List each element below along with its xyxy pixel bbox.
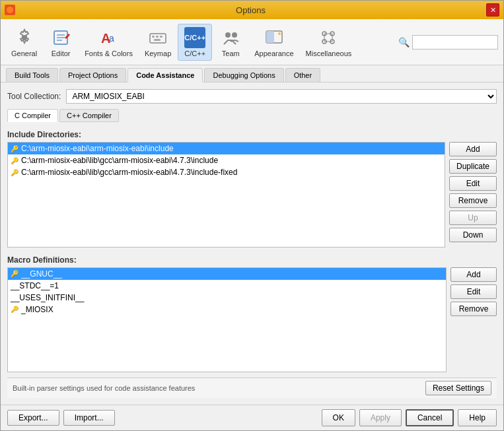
status-bar: Built-in parser settings used for code a…	[7, 378, 497, 398]
macro-add-button[interactable]: Add	[450, 267, 497, 282]
macro-remove-button[interactable]: Remove	[450, 302, 497, 316]
keymap-icon	[147, 27, 168, 48]
tab-project-options[interactable]: Project Options	[59, 68, 126, 82]
toolbar-label-misc: Miscellaneous	[306, 50, 352, 57]
include-item-0[interactable]: 🔑 C:\arm-miosix-eabi\arm-miosix-eabi\inc…	[8, 143, 445, 154]
include-item-2[interactable]: 🔑 C:\arm-miosix-eabi\lib\gcc\arm-miosix-…	[8, 166, 445, 178]
search-input[interactable]	[412, 35, 498, 50]
toolbar-item-editor[interactable]: Editor	[44, 24, 78, 60]
cancel-button[interactable]: Cancel	[406, 409, 454, 426]
svg-point-0	[7, 7, 13, 13]
svg-point-15	[232, 32, 237, 38]
toolbar-item-appearance[interactable]: Appearance	[249, 24, 299, 60]
svg-rect-11	[156, 36, 159, 38]
tool-collection-label: Tool Collection:	[7, 92, 61, 101]
macro-list-wrap: 🔑 __GNUC__ __STDC__=1 __USES_INITFINI__ …	[7, 267, 447, 373]
reset-settings-button[interactable]: Reset Settings	[425, 381, 491, 395]
macro-list[interactable]: 🔑 __GNUC__ __STDC__=1 __USES_INITFINI__ …	[7, 267, 447, 373]
compiler-tabs: C Compiler C++ Compiler	[7, 109, 497, 122]
toolbar-item-fonts[interactable]: A a Fonts & Colors	[79, 24, 138, 60]
misc-icon	[318, 27, 339, 48]
tab-build-tools[interactable]: Build Tools	[6, 68, 58, 82]
include-edit-button[interactable]: Edit	[449, 176, 497, 191]
import-button[interactable]: Import...	[63, 410, 115, 426]
toolbar-label-general: General	[11, 50, 37, 57]
toolbar-item-team[interactable]: Team	[213, 24, 248, 60]
tab-debugging-options[interactable]: Debugging Options	[204, 68, 283, 82]
tab-cpp-compiler[interactable]: C++ Compiler	[59, 109, 119, 122]
toolbar-label-fonts: Fonts & Colors	[85, 50, 133, 57]
macro-edit-button[interactable]: Edit	[450, 284, 497, 299]
macro-section: Macro Definitions: 🔑 __GNUC__ __STDC__=1	[7, 253, 497, 373]
macro-icon-3: 🔑	[11, 306, 18, 313]
include-list[interactable]: 🔑 C:\arm-miosix-eabi\arm-miosix-eabi\inc…	[7, 142, 445, 248]
app-icon	[5, 5, 15, 15]
include-panel: 🔑 C:\arm-miosix-eabi\arm-miosix-eabi\inc…	[7, 142, 497, 248]
svg-rect-10	[152, 36, 155, 38]
include-icon-1: 🔑	[11, 157, 18, 164]
macro-buttons: Add Edit Remove	[450, 267, 497, 373]
include-down-button[interactable]: Down	[449, 228, 497, 242]
svg-point-18	[278, 32, 281, 35]
svg-point-14	[225, 32, 231, 38]
toolbar-item-general[interactable]: General	[6, 24, 42, 60]
include-add-button[interactable]: Add	[449, 142, 497, 156]
ok-button[interactable]: OK	[322, 409, 355, 426]
footer-right: OK Apply Cancel Help	[322, 409, 497, 426]
main-content: Tool Collection: ARM_MIOSIX_EABI C Compi…	[1, 83, 503, 405]
toolbar-label-team: Team	[222, 50, 240, 57]
macro-panel: 🔑 __GNUC__ __STDC__=1 __USES_INITFINI__ …	[7, 267, 497, 373]
include-item-1[interactable]: 🔑 C:\arm-miosix-eabi\lib\gcc\arm-miosix-…	[8, 154, 445, 166]
svg-rect-12	[160, 36, 162, 38]
cpp-icon: C/C++	[184, 27, 205, 48]
footer-left: Export... Import...	[7, 410, 115, 426]
toolbar-item-misc[interactable]: Miscellaneous	[301, 24, 357, 60]
tool-collection-row: Tool Collection: ARM_MIOSIX_EABI	[7, 89, 497, 104]
fonts-icon: A a	[98, 27, 120, 48]
toolbar-label-editor: Editor	[52, 50, 71, 57]
macro-item-1[interactable]: __STDC__=1	[8, 280, 446, 292]
apply-button[interactable]: Apply	[359, 409, 402, 426]
include-remove-button[interactable]: Remove	[449, 193, 497, 208]
include-buttons: Add Duplicate Edit Remove Up Down	[449, 142, 497, 248]
appearance-icon	[264, 27, 285, 48]
toolbar-item-cpp[interactable]: C/C++ C/C++	[178, 24, 212, 61]
toolbar-label-keymap: Keymap	[145, 50, 171, 57]
include-duplicate-button[interactable]: Duplicate	[449, 159, 497, 174]
gear-icon	[14, 27, 35, 48]
toolbar: General Editor A a Fonts & Co	[1, 19, 503, 65]
options-window: Options ✕ General	[0, 0, 504, 431]
include-list-wrap: 🔑 C:\arm-miosix-eabi\arm-miosix-eabi\inc…	[7, 142, 445, 248]
search-icon: 🔍	[398, 37, 410, 48]
export-button[interactable]: Export...	[7, 410, 59, 426]
tool-collection-select[interactable]: ARM_MIOSIX_EABI	[66, 89, 497, 104]
include-icon-0: 🔑	[11, 145, 18, 152]
include-up-button[interactable]: Up	[449, 211, 497, 225]
macro-item-3[interactable]: 🔑 _MIOSIX	[8, 304, 446, 315]
title-bar: Options ✕	[1, 1, 503, 19]
help-button[interactable]: Help	[458, 409, 497, 426]
macro-icon-0: 🔑	[11, 270, 18, 277]
macro-label: Macro Definitions:	[7, 255, 497, 265]
team-icon	[220, 27, 241, 48]
include-label: Include Directories:	[7, 130, 497, 139]
include-icon-2: 🔑	[11, 169, 18, 176]
svg-rect-9	[150, 34, 166, 43]
footer: Export... Import... OK Apply Cancel Help	[1, 405, 503, 430]
toolbar-label-appearance: Appearance	[254, 50, 293, 57]
svg-rect-17	[266, 31, 274, 43]
tabs-bar: Build Tools Project Options Code Assista…	[1, 65, 503, 83]
macro-item-2[interactable]: __USES_INITFINI__	[8, 292, 446, 304]
status-text: Built-in parser settings used for code a…	[13, 384, 195, 392]
macro-item-0[interactable]: 🔑 __GNUC__	[8, 268, 446, 280]
svg-text:a: a	[109, 33, 114, 44]
sections-wrapper: Include Directories: 🔑 C:\arm-miosix-eab…	[7, 127, 497, 372]
toolbar-label-cpp: C/C++	[184, 50, 205, 57]
toolbar-item-keymap[interactable]: Keymap	[139, 24, 176, 60]
tab-code-assistance[interactable]: Code Assistance	[127, 68, 203, 83]
close-button[interactable]: ✕	[486, 3, 499, 17]
tab-other[interactable]: Other	[285, 68, 321, 82]
svg-rect-13	[154, 39, 161, 41]
tab-c-compiler[interactable]: C Compiler	[7, 109, 58, 122]
window-title: Options	[15, 5, 486, 15]
